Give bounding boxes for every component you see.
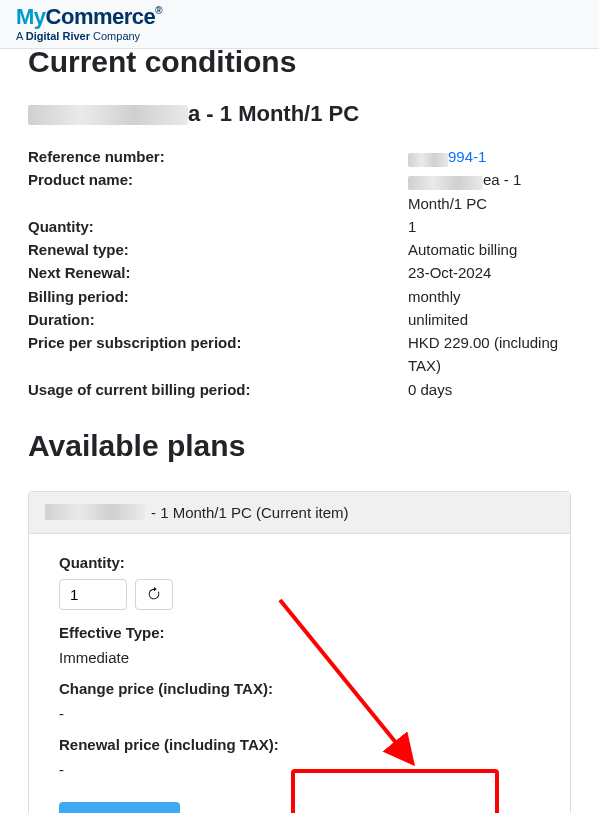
- label-duration: Duration:: [28, 308, 408, 331]
- label-next-renewal: Next Renewal:: [28, 261, 408, 284]
- row-reference-number: Reference number: 994-1: [28, 145, 571, 168]
- renewal-price-value: -: [59, 761, 540, 778]
- refresh-quantity-button[interactable]: [135, 579, 173, 610]
- row-quantity: Quantity: 1: [28, 215, 571, 238]
- renewal-price-label: Renewal price (including TAX):: [59, 736, 540, 753]
- plan-title-suffix: - 1 Month/1 PC (Current item): [151, 504, 349, 521]
- label-usage: Usage of current billing period:: [28, 378, 408, 401]
- value-next-renewal: 23-Oct-2024: [408, 261, 571, 284]
- value-renewal-type: Automatic billing: [408, 238, 571, 261]
- field-effective-type: Effective Type: Immediate: [59, 624, 540, 666]
- label-quantity: Quantity:: [28, 215, 408, 238]
- label-billing-period: Billing period:: [28, 285, 408, 308]
- effective-type-value: Immediate: [59, 649, 540, 666]
- current-conditions-heading: Current conditions: [28, 45, 571, 79]
- brand-header: MyCommerce® A Digital River Company: [0, 0, 599, 49]
- redacted-product-name: [28, 105, 188, 125]
- field-change-price: Change price (including TAX): -: [59, 680, 540, 722]
- value-product-name: ea - 1 Month/1 PC: [408, 168, 571, 215]
- change-price-value: -: [59, 705, 540, 722]
- row-usage: Usage of current billing period: 0 days: [28, 378, 571, 401]
- value-duration: unlimited: [408, 308, 571, 331]
- logo-registered-mark: ®: [155, 5, 162, 16]
- row-product-name: Product name: ea - 1 Month/1 PC: [28, 168, 571, 215]
- value-price-per-period: HKD 229.00 (including TAX): [408, 331, 571, 378]
- field-quantity: Quantity:: [59, 554, 540, 610]
- redacted-plan-name: [45, 504, 145, 520]
- label-renewal-type: Renewal type:: [28, 238, 408, 261]
- plan-card: - 1 Month/1 PC (Current item) Quantity: …: [28, 491, 571, 813]
- quantity-input[interactable]: [59, 579, 127, 610]
- redacted-reference-prefix: [408, 153, 448, 167]
- value-billing-period: monthly: [408, 285, 571, 308]
- row-price-per-period: Price per subscription period: HKD 229.0…: [28, 331, 571, 378]
- logo-tagline: A Digital River Company: [16, 30, 583, 42]
- value-quantity: 1: [408, 215, 571, 238]
- label-price-per-period: Price per subscription period:: [28, 331, 408, 378]
- plan-quantity-label: Quantity:: [59, 554, 540, 571]
- row-next-renewal: Next Renewal: 23-Oct-2024: [28, 261, 571, 284]
- effective-type-label: Effective Type:: [59, 624, 540, 641]
- change-price-label: Change price (including TAX):: [59, 680, 540, 697]
- row-renewal-type: Renewal type: Automatic billing: [28, 238, 571, 261]
- main-content: Current conditions a - 1 Month/1 PC Refe…: [0, 45, 599, 813]
- refresh-icon: [147, 587, 161, 601]
- product-title: a - 1 Month/1 PC: [28, 101, 571, 127]
- logo-part-my: My: [16, 4, 46, 29]
- value-usage: 0 days: [408, 378, 571, 401]
- logo-part-commerce: Commerce: [46, 4, 156, 29]
- subscription-details: Reference number: 994-1 Product name: ea…: [28, 145, 571, 401]
- logo-primary: MyCommerce®: [16, 4, 583, 30]
- row-billing-period: Billing period: monthly: [28, 285, 571, 308]
- plan-card-header: - 1 Month/1 PC (Current item): [29, 492, 570, 534]
- label-product-name: Product name:: [28, 168, 408, 215]
- label-reference-number: Reference number:: [28, 145, 408, 168]
- checkout-button[interactable]: Checkout: [59, 802, 180, 813]
- row-duration: Duration: unlimited: [28, 308, 571, 331]
- available-plans-heading: Available plans: [28, 429, 571, 463]
- redacted-product-prefix: [408, 176, 483, 190]
- plan-card-body: Quantity: Effective Type: Immediate Chan…: [29, 534, 570, 813]
- field-renewal-price: Renewal price (including TAX): -: [59, 736, 540, 778]
- value-reference-number[interactable]: 994-1: [408, 145, 571, 168]
- product-title-suffix: a - 1 Month/1 PC: [188, 101, 359, 126]
